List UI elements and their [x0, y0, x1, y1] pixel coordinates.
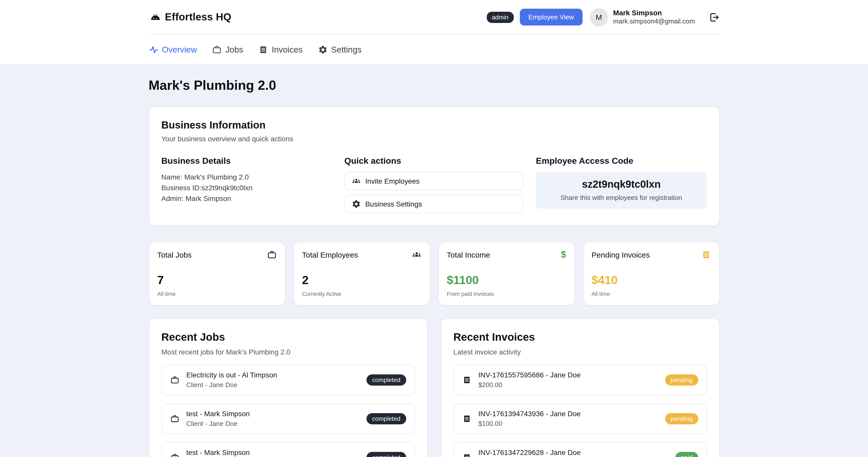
- invite-employees-label: Invite Employees: [365, 177, 420, 185]
- receipt-icon: [462, 453, 471, 457]
- recent-jobs-subtitle: Most recent jobs for Mark's Plumbing 2.0: [161, 348, 415, 356]
- job-list-item[interactable]: test - Mark Simpson Client - Jane Doe co…: [161, 403, 415, 434]
- stat-title: Total Jobs: [157, 251, 192, 259]
- job-title: test - Mark Simpson: [186, 448, 250, 457]
- recent-jobs-title: Recent Jobs: [161, 331, 415, 343]
- business-information-card: Business Information Your business overv…: [149, 107, 719, 226]
- job-list-item[interactable]: test - Mark Simpson Client - Jane Doe co…: [161, 442, 415, 457]
- business-information-subtitle: Your business overview and quick actions: [161, 135, 707, 143]
- job-list-item[interactable]: Electricity is out - Al Timpson Client -…: [161, 365, 415, 395]
- briefcase-icon: [170, 453, 179, 457]
- stat-value: $1100: [447, 274, 566, 287]
- stat-card-pending-invoices: Pending Invoices $410 All time: [583, 242, 719, 306]
- job-client: Client - Jane Doe: [186, 380, 277, 390]
- business-admin-line: Admin: Mark Simpson: [161, 193, 332, 204]
- stat-card-total-jobs: Total Jobs 7 All time: [149, 242, 285, 306]
- invoice-amount: $200.00: [478, 380, 581, 390]
- app-window: Effortless HQ admin Employee View M Mark…: [0, 0, 868, 457]
- receipt-icon: [258, 45, 268, 54]
- invite-employees-button[interactable]: Invite Employees: [344, 172, 524, 190]
- tab-invoices[interactable]: Invoices: [258, 45, 303, 54]
- business-id-line: Business ID:sz2t9nqk9tc0lxn: [161, 182, 332, 193]
- status-badge: completed: [367, 452, 406, 457]
- stat-caption: All time: [157, 291, 277, 297]
- stat-title: Total Income: [447, 251, 490, 259]
- stat-value: 7: [157, 274, 277, 287]
- stat-title: Total Employees: [302, 251, 358, 259]
- tab-settings[interactable]: Settings: [318, 45, 361, 54]
- nav-bar: Overview Jobs Invoices Settings: [0, 35, 868, 64]
- stat-caption: From paid invoices: [447, 291, 566, 297]
- briefcase-icon: [212, 45, 222, 54]
- header-right: admin Employee View M Mark Simpson mark.…: [487, 8, 719, 26]
- stat-card-total-employees: Total Employees 2 Currently Active: [293, 242, 430, 306]
- recent-jobs-card: Recent Jobs Most recent jobs for Mark's …: [149, 318, 427, 457]
- activity-icon: [149, 45, 158, 54]
- user-name: Mark Simpson: [613, 8, 695, 17]
- access-code-title: Employee Access Code: [536, 156, 707, 166]
- stat-caption: Currently Active: [302, 291, 421, 297]
- invoice-list-item[interactable]: INV-1761557595686 - Jane Doe $200.00 pen…: [453, 365, 707, 395]
- status-badge: completed: [367, 374, 406, 385]
- tab-label: Overview: [162, 45, 197, 54]
- android-logo-icon: [149, 11, 161, 23]
- user-email: mark.simpson4@gmail.com: [613, 17, 695, 26]
- tab-label: Invoices: [272, 45, 303, 54]
- job-title: test - Mark Simpson: [186, 409, 250, 418]
- access-code-hint: Share this with employees for registrati…: [543, 194, 700, 201]
- avatar: M: [590, 8, 608, 26]
- receipt-icon: [701, 250, 711, 260]
- stats-row: Total Jobs 7 All time Total Employees 2 …: [149, 242, 719, 306]
- briefcase-icon: [267, 250, 277, 260]
- groups-icon: [411, 250, 421, 260]
- business-information-title: Business Information: [161, 119, 707, 131]
- briefcase-icon: [170, 375, 179, 384]
- recent-invoices-card: Recent Invoices Latest invoice activity …: [441, 318, 719, 457]
- brand-name: Effortless HQ: [165, 11, 231, 23]
- access-code-section: Employee Access Code sz2t9nqk9tc0lxn Sha…: [536, 156, 707, 213]
- main-content: Mark's Plumbing 2.0 Business Information…: [149, 64, 719, 457]
- job-title: Electricity is out - Al Timpson: [186, 370, 277, 379]
- stat-caption: All time: [591, 291, 711, 297]
- invoice-title: INV-1761557595686 - Jane Doe: [478, 370, 581, 379]
- business-details-title: Business Details: [161, 156, 332, 166]
- employee-view-button[interactable]: Employee View: [520, 9, 583, 26]
- access-code-value: sz2t9nqk9tc0lxn: [543, 178, 700, 190]
- gear-icon: [318, 45, 328, 54]
- page-title: Mark's Plumbing 2.0: [149, 78, 719, 93]
- recent-invoices-title: Recent Invoices: [453, 331, 707, 343]
- status-badge: paid: [675, 452, 698, 457]
- business-details-section: Business Details Name: Mark's Plumbing 2…: [161, 156, 332, 213]
- stat-card-total-income: Total Income $ $1100 From paid invoices: [438, 242, 575, 306]
- invoice-list-item[interactable]: INV-1761394743936 - Jane Doe $100.00 pen…: [453, 403, 707, 434]
- receipt-icon: [462, 375, 471, 384]
- top-bar: Effortless HQ admin Employee View M Mark…: [0, 0, 868, 35]
- job-client: Client - Jane Doe: [186, 419, 250, 428]
- recent-invoices-subtitle: Latest invoice activity: [453, 348, 707, 356]
- stat-title: Pending Invoices: [591, 251, 650, 259]
- tab-label: Jobs: [225, 45, 243, 54]
- role-badge: admin: [487, 11, 514, 23]
- tab-jobs[interactable]: Jobs: [212, 45, 243, 54]
- gear-icon: [351, 199, 361, 209]
- access-code-box: sz2t9nqk9tc0lxn Share this with employee…: [536, 172, 707, 209]
- status-badge: pending: [665, 413, 698, 424]
- business-settings-button[interactable]: Business Settings: [344, 195, 524, 213]
- logout-icon[interactable]: [708, 11, 719, 23]
- receipt-icon: [462, 414, 471, 423]
- quick-actions-section: Quick actions Invite Employees Business …: [344, 156, 524, 213]
- tab-overview[interactable]: Overview: [149, 45, 197, 54]
- business-name-line: Name: Mark's Plumbing 2.0: [161, 172, 332, 182]
- invoice-amount: $100.00: [478, 419, 581, 428]
- tab-label: Settings: [331, 45, 361, 54]
- brand: Effortless HQ: [149, 11, 231, 23]
- dollar-icon: $: [561, 250, 566, 260]
- groups-icon: [351, 176, 361, 185]
- invoice-list-item[interactable]: INV-1761347229628 - Jane Doe $1000.00 pa…: [453, 442, 707, 457]
- briefcase-icon: [170, 414, 179, 423]
- stat-value: $410: [591, 274, 711, 287]
- invoice-title: INV-1761394743936 - Jane Doe: [478, 409, 581, 418]
- business-settings-label: Business Settings: [365, 200, 422, 208]
- user-info: Mark Simpson mark.simpson4@gmail.com: [613, 8, 695, 26]
- invoice-title: INV-1761347229628 - Jane Doe: [478, 448, 581, 457]
